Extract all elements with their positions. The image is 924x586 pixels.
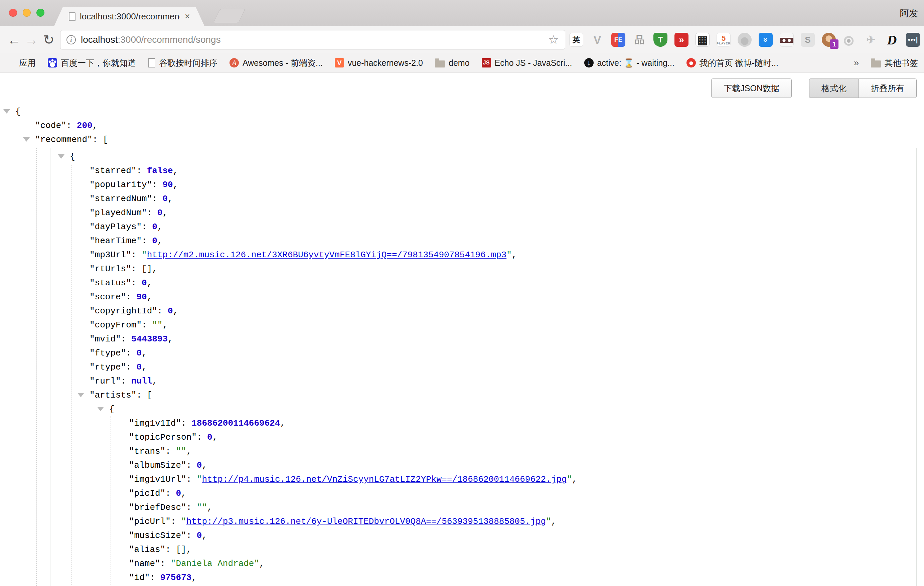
json-row: "starred": false, <box>89 164 916 178</box>
json-comma: , <box>191 573 197 583</box>
d-icon[interactable]: D <box>885 33 899 47</box>
bookmark-item[interactable]: demo <box>435 58 470 68</box>
fe-icon[interactable]: FE <box>611 33 625 47</box>
bookmark-item[interactable]: AAwesomes - 前端资... <box>229 58 323 68</box>
json-row: "picId": 0, <box>129 487 916 500</box>
json-value-number: 0 <box>142 278 147 288</box>
json-comma: , <box>142 362 147 372</box>
html5-player-icon[interactable]: 5PLAYER <box>716 33 731 47</box>
reload-button[interactable]: ↻ <box>40 33 58 46</box>
fatkun-download-icon[interactable]: » <box>759 33 773 47</box>
json-comma: , <box>152 264 157 274</box>
json-row: "ftype": 0, <box>89 346 916 360</box>
bookmark-item[interactable]: 百度一下，你就知道 <box>48 58 136 68</box>
bookmark-item[interactable]: 谷歌按时间排序 <box>148 58 218 68</box>
tampermonkey-icon[interactable]: T <box>653 33 667 47</box>
json-link[interactable]: http://m2.music.126.net/3XR6BU6yvtyVmFE8… <box>147 250 507 260</box>
json-key: "code": <box>35 121 77 130</box>
site-info-icon[interactable]: i <box>66 35 76 45</box>
json-row: "rurl": null, <box>89 374 916 388</box>
json-row: "picUrl": "http://p3.music.126.net/6y-Ul… <box>129 515 916 528</box>
fullscreen-window-button[interactable] <box>36 9 45 17</box>
json-children-group: "code": 200,"recommend": [{"starred": fa… <box>17 119 924 586</box>
bookmark-label: Echo JS - JavaScri... <box>495 58 572 68</box>
json-comma: , <box>162 208 168 218</box>
bird-icon[interactable]: ✈ <box>864 33 878 47</box>
json-key: "copyrightId": <box>89 306 168 316</box>
json-comma: , <box>207 502 213 512</box>
json-children-group: {"img1v1Id": 18686200114669624,"topicPer… <box>91 402 916 586</box>
profile-name[interactable]: 阿发 <box>900 7 918 19</box>
json-key: "rurl": <box>89 376 131 386</box>
collapse-arrow-icon[interactable] <box>78 393 84 397</box>
address-bar[interactable]: i localhost :3000/recommend/songs ☆ <box>60 30 565 50</box>
qrcode-icon[interactable]: ▦ <box>696 33 710 47</box>
bookmarks-bar: 应用百度一下，你就知道谷歌按时间排序AAwesomes - 前端资...Vvue… <box>0 53 924 73</box>
json-key: "recommend": <box>35 135 103 145</box>
json-value-number: 0 <box>152 222 157 232</box>
json-link[interactable]: http://p3.music.126.net/6y-UleORITEDbvrO… <box>186 517 546 527</box>
bookmark-star-icon[interactable]: ☆ <box>548 34 559 46</box>
collapse-arrow-icon[interactable] <box>23 137 30 142</box>
translate-icon[interactable]: 英 <box>569 33 583 47</box>
json-key: "albumSize": <box>129 461 197 470</box>
json-bracket: { <box>15 107 21 117</box>
json-row: "copyFrom": "", <box>89 318 916 332</box>
bookmark-label: 谷歌按时间排序 <box>159 58 218 68</box>
bookmark-item[interactable]: 应用 <box>6 58 36 68</box>
json-key: "status": <box>89 278 142 288</box>
extensions-row: 英VFE品T»▦5PLAYER»S1✈D•••| <box>569 33 920 47</box>
json-row: "trans": "", <box>129 444 916 458</box>
bookmark-item[interactable]: Vvue-hackernews-2.0 <box>335 58 423 68</box>
traffic-lights <box>9 9 45 17</box>
bookmarks-overflow-chevron[interactable]: » <box>853 58 859 68</box>
browser-tab[interactable]: localhost:3000/recommend/so × <box>54 7 205 26</box>
new-tab-button[interactable] <box>213 9 245 23</box>
bookmark-item[interactable]: 我的首页 微博-随时... <box>686 58 778 68</box>
json-link[interactable]: http://p4.music.126.net/VnZiScyynLG7atLI… <box>202 474 566 484</box>
collapse-all-button[interactable]: 折叠所有 <box>858 79 917 98</box>
s-icon[interactable]: S <box>801 33 815 47</box>
json-value-number: 0 <box>197 461 202 470</box>
json-row: "code": 200, <box>35 119 924 133</box>
json-row: "mp3Url": "http://m2.music.126.net/3XR6B… <box>89 248 916 262</box>
download-json-button[interactable]: 下载JSON数据 <box>711 79 792 98</box>
weibo-gray-icon[interactable] <box>843 33 857 47</box>
vue-icon[interactable]: V <box>590 33 604 47</box>
json-value-string: "" <box>152 320 162 330</box>
video-downloader-icon[interactable]: » <box>675 33 688 47</box>
weibo-icon <box>686 58 696 68</box>
json-row: "mvid": 5443893, <box>89 332 916 346</box>
other-bookmarks-button[interactable]: 其他书签 <box>871 58 918 68</box>
collapse-arrow-icon[interactable] <box>58 154 64 159</box>
json-key: "artists": <box>89 390 147 400</box>
json-value-number: 0 <box>168 306 173 316</box>
tab-close-icon[interactable]: × <box>185 12 190 21</box>
json-comma: , <box>147 292 152 302</box>
bookmark-label: Awesomes - 前端资... <box>243 58 323 68</box>
page-icon <box>148 58 155 68</box>
paw-icon[interactable] <box>738 33 752 47</box>
json-quote: " <box>142 250 147 260</box>
back-button[interactable]: ← <box>5 33 23 46</box>
browser-toolbar: ← → ↻ i localhost :3000/recommend/songs … <box>0 26 924 53</box>
json-value-string: "" <box>197 502 207 512</box>
bookmark-item[interactable]: JSEcho JS - JavaScri... <box>482 58 572 68</box>
json-row: "playedNum": 0, <box>89 206 916 220</box>
sitemap-icon[interactable]: 品 <box>632 33 647 47</box>
json-value-string: "" <box>176 446 186 456</box>
json-value-number: 0 <box>157 208 163 218</box>
json-row: "status": 0, <box>89 276 916 290</box>
collapse-arrow-icon[interactable] <box>97 407 104 411</box>
monkey-icon[interactable]: 1 <box>822 33 836 47</box>
password-manager-icon[interactable]: •••| <box>906 33 920 47</box>
bookmark-item[interactable]: ↓active: ⌛ - waiting... <box>584 58 675 68</box>
json-key: "img1v1Id": <box>129 418 191 428</box>
json-value-number: 200 <box>77 121 92 130</box>
collapse-arrow-icon[interactable] <box>3 109 10 114</box>
proxy-mask-icon[interactable] <box>780 33 794 47</box>
format-button[interactable]: 格式化 <box>809 79 858 98</box>
close-window-button[interactable] <box>9 9 17 17</box>
json-comma: , <box>572 474 577 484</box>
minimize-window-button[interactable] <box>23 9 31 17</box>
